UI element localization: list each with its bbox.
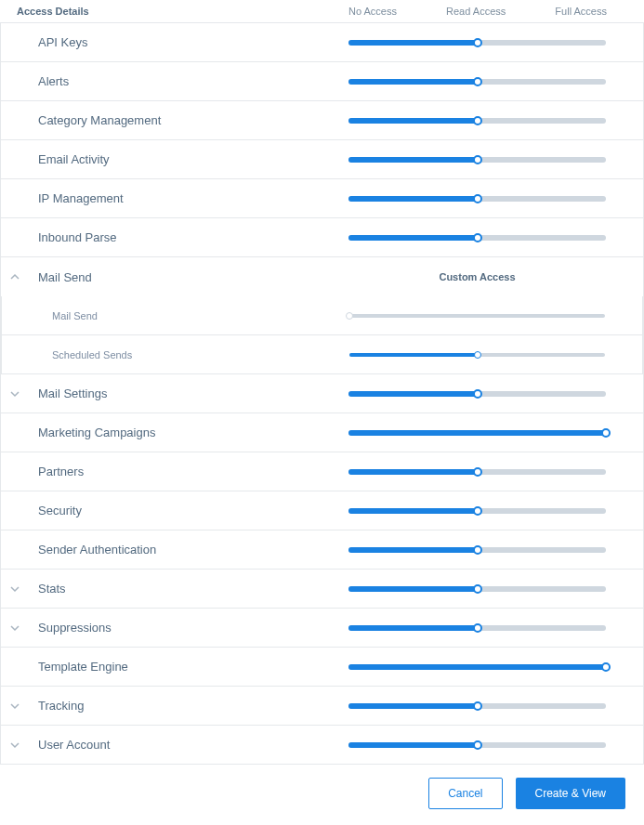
- permission-row: Marketing Campaigns: [0, 413, 644, 452]
- permission-toggle[interactable]: [1, 701, 25, 711]
- permission-row: Suppressions: [0, 609, 644, 648]
- permission-sub-row: Mail Send: [1, 296, 643, 335]
- permission-row: IP Management: [0, 179, 644, 218]
- cancel-button[interactable]: Cancel: [428, 778, 502, 809]
- access-details-title: Access Details: [0, 6, 348, 17]
- permission-row: Category Management: [0, 101, 644, 140]
- permission-toggle[interactable]: [1, 584, 25, 594]
- permission-toggle[interactable]: [1, 623, 25, 633]
- access-slider[interactable]: [348, 547, 606, 553]
- permission-row: Inbound Parse: [0, 218, 644, 257]
- permission-row: Stats: [0, 570, 644, 609]
- access-header: Access Details No Access Read Access Ful…: [0, 0, 644, 22]
- permission-sub-row: Scheduled Sends: [1, 335, 643, 374]
- access-slider[interactable]: [348, 664, 606, 670]
- permission-row: Alerts: [0, 62, 644, 101]
- mail-send-section: Mail Send Custom Access Mail Send Schedu…: [0, 257, 644, 374]
- permission-label: Marketing Campaigns: [25, 426, 348, 439]
- footer-actions: Cancel Create & View: [0, 765, 644, 822]
- access-slider[interactable]: [348, 469, 606, 475]
- permission-sub-label: Mail Send: [26, 310, 349, 321]
- permissions-list-2: Mail Settings Marketing Campaigns Partne…: [0, 374, 644, 765]
- permission-row: Security: [0, 491, 644, 530]
- permission-row: Email Activity: [0, 140, 644, 179]
- permission-label: Tracking: [25, 699, 348, 713]
- permission-label: Alerts: [25, 74, 348, 88]
- chevron-down-icon: [10, 584, 20, 594]
- chevron-up-icon: [10, 272, 20, 282]
- permission-row: Mail Settings: [0, 374, 644, 413]
- permission-toggle[interactable]: [1, 389, 25, 399]
- permission-row: Partners: [0, 452, 644, 491]
- permission-label: Mail Settings: [25, 386, 348, 400]
- permission-label: API Keys: [25, 35, 348, 49]
- mail-send-label: Mail Send: [25, 270, 348, 284]
- permission-toggle[interactable]: [1, 740, 25, 750]
- access-slider[interactable]: [348, 508, 606, 514]
- permission-label: Inbound Parse: [25, 230, 348, 244]
- permission-row: Template Engine: [0, 648, 644, 687]
- permission-sub-label: Scheduled Sends: [26, 349, 349, 360]
- permission-row: User Account: [0, 726, 644, 765]
- permission-row: API Keys: [0, 23, 644, 62]
- permission-label: Sender Authentication: [25, 543, 348, 557]
- access-slider[interactable]: [349, 314, 605, 318]
- read-access-label: Read Access: [446, 6, 506, 17]
- chevron-down-icon: [10, 740, 20, 750]
- access-slider[interactable]: [348, 391, 606, 397]
- permission-row: Tracking: [0, 687, 644, 726]
- permission-label: Category Management: [25, 113, 348, 127]
- permission-label: IP Management: [25, 191, 348, 205]
- permission-label: Suppressions: [25, 621, 348, 635]
- access-slider[interactable]: [348, 430, 606, 436]
- access-slider[interactable]: [348, 196, 606, 202]
- permissions-list: API Keys Alerts Category Management Emai…: [0, 22, 644, 257]
- permission-label: Template Engine: [25, 660, 348, 674]
- chevron-down-icon: [10, 701, 20, 711]
- access-slider[interactable]: [348, 235, 606, 241]
- no-access-label: No Access: [348, 6, 397, 17]
- access-slider[interactable]: [348, 40, 606, 46]
- chevron-down-icon: [10, 389, 20, 399]
- full-access-label: Full Access: [555, 6, 607, 17]
- access-slider[interactable]: [348, 703, 606, 709]
- mail-send-toggle[interactable]: [1, 272, 25, 282]
- access-slider[interactable]: [348, 157, 606, 163]
- access-slider[interactable]: [348, 586, 606, 592]
- permission-label: Security: [25, 504, 348, 517]
- permission-label: Stats: [25, 582, 348, 596]
- create-view-button[interactable]: Create & View: [516, 778, 625, 809]
- permission-label: Email Activity: [25, 152, 348, 166]
- permission-label: User Account: [25, 738, 348, 752]
- access-slider[interactable]: [349, 353, 605, 357]
- chevron-down-icon: [10, 623, 20, 633]
- access-slider[interactable]: [348, 742, 606, 748]
- permission-row: Sender Authentication: [0, 530, 644, 570]
- access-slider[interactable]: [348, 118, 606, 124]
- access-slider[interactable]: [348, 79, 606, 85]
- access-slider[interactable]: [348, 625, 606, 631]
- permission-label: Partners: [25, 465, 348, 478]
- custom-access-label: Custom Access: [348, 271, 643, 282]
